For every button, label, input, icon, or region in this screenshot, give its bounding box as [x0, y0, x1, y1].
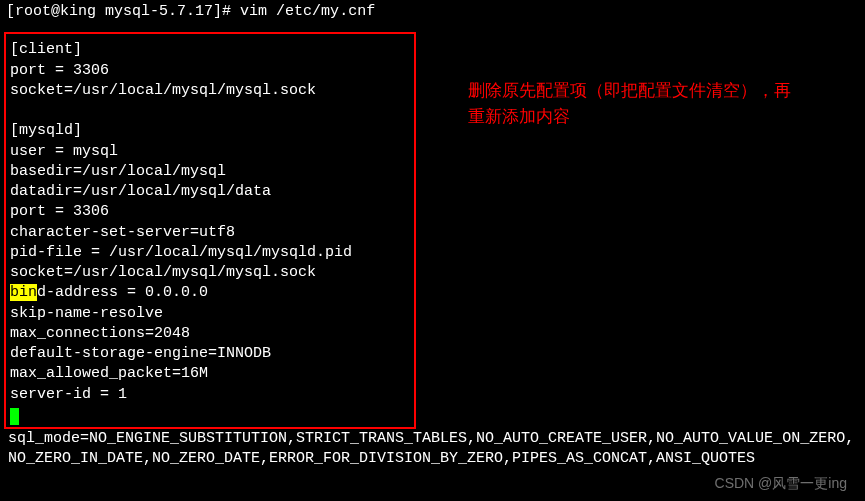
config-line[interactable]: character-set-server=utf8 [10, 223, 410, 243]
config-line[interactable]: max_connections=2048 [10, 324, 410, 344]
config-line[interactable]: datadir=/usr/local/mysql/data [10, 182, 410, 202]
config-line[interactable] [10, 101, 410, 121]
config-line[interactable]: skip-name-resolve [10, 304, 410, 324]
config-line[interactable]: [client] [10, 40, 410, 60]
watermark: CSDN @风雪一更ing [715, 474, 847, 493]
prompt-cwd: mysql-5.7.17 [105, 3, 213, 20]
config-line[interactable]: socket=/usr/local/mysql/mysql.sock [10, 263, 410, 283]
config-line[interactable]: basedir=/usr/local/mysql [10, 162, 410, 182]
bind-address-line[interactable]: bind-address = 0.0.0.0 [10, 283, 410, 303]
cursor-line[interactable] [10, 405, 410, 425]
sql-mode-line[interactable]: sql_mode=NO_ENGINE_SUBSTITUTION,STRICT_T… [0, 429, 865, 474]
config-line[interactable]: [mysqld] [10, 121, 410, 141]
config-line[interactable]: server-id = 1 [10, 385, 410, 405]
bind-address-rest: d-address = 0.0.0.0 [37, 284, 208, 301]
config-line[interactable]: user = mysql [10, 142, 410, 162]
config-line[interactable]: max_allowed_packet=16M [10, 364, 410, 384]
prompt-close-bracket: ]# [213, 3, 231, 20]
config-line[interactable]: socket=/usr/local/mysql/mysql.sock [10, 81, 410, 101]
prompt-command[interactable]: vim /etc/my.cnf [240, 3, 375, 20]
config-lines-after[interactable]: skip-name-resolvemax_connections=2048def… [10, 304, 410, 405]
config-line[interactable]: port = 3306 [10, 61, 410, 81]
config-line[interactable]: pid-file = /usr/local/mysql/mysqld.pid [10, 243, 410, 263]
annotation-line2: 重新添加内容 [468, 104, 848, 130]
annotation-line1: 删除原先配置项（即把配置文件清空），再 [468, 78, 848, 104]
prompt-user-host: root@king [15, 3, 96, 20]
config-line[interactable]: default-storage-engine=INNODB [10, 344, 410, 364]
highlighted-config-region: [client]port = 3306socket=/usr/local/mys… [4, 32, 416, 429]
search-highlight: bin [10, 284, 37, 301]
config-lines-before[interactable]: [client]port = 3306socket=/usr/local/mys… [10, 40, 410, 283]
config-line[interactable]: port = 3306 [10, 202, 410, 222]
vim-cursor [10, 408, 19, 425]
prompt-open-bracket: [ [6, 3, 15, 20]
annotation-text: 删除原先配置项（即把配置文件清空），再 重新添加内容 [468, 78, 848, 129]
shell-prompt: [root@king mysql-5.7.17]# vim /etc/my.cn… [0, 0, 865, 26]
